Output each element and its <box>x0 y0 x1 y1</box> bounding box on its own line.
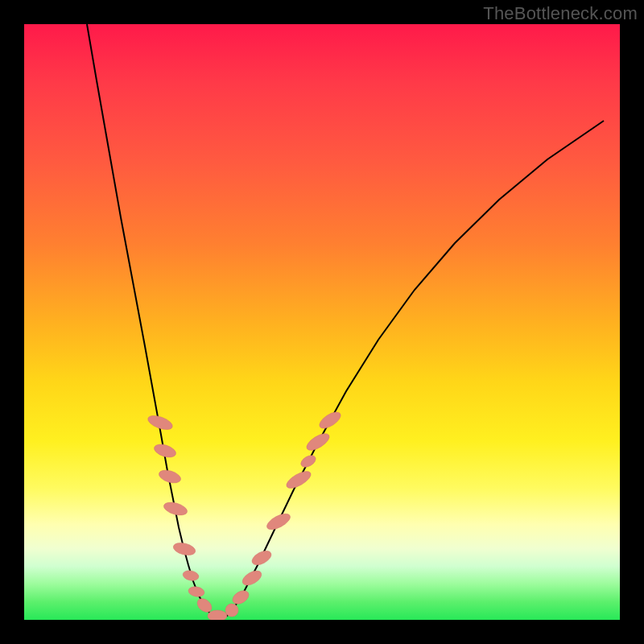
curve-marker <box>208 610 227 620</box>
curve-markers <box>147 409 344 620</box>
bottleneck-curve <box>87 24 604 617</box>
chart-frame: TheBottleneck.com <box>0 0 644 644</box>
curve-marker <box>304 431 332 454</box>
curve-marker <box>299 453 317 469</box>
curve-marker <box>240 568 264 588</box>
chart-svg <box>24 24 620 620</box>
curve-marker <box>265 510 293 532</box>
curve-marker <box>284 468 313 491</box>
curve-marker <box>317 409 344 431</box>
curve-marker <box>188 585 205 597</box>
plot-area <box>24 24 620 620</box>
curve-marker <box>250 548 274 568</box>
curve-marker <box>182 569 200 582</box>
curve-marker <box>172 541 197 557</box>
attribution-text: TheBottleneck.com <box>483 3 638 24</box>
